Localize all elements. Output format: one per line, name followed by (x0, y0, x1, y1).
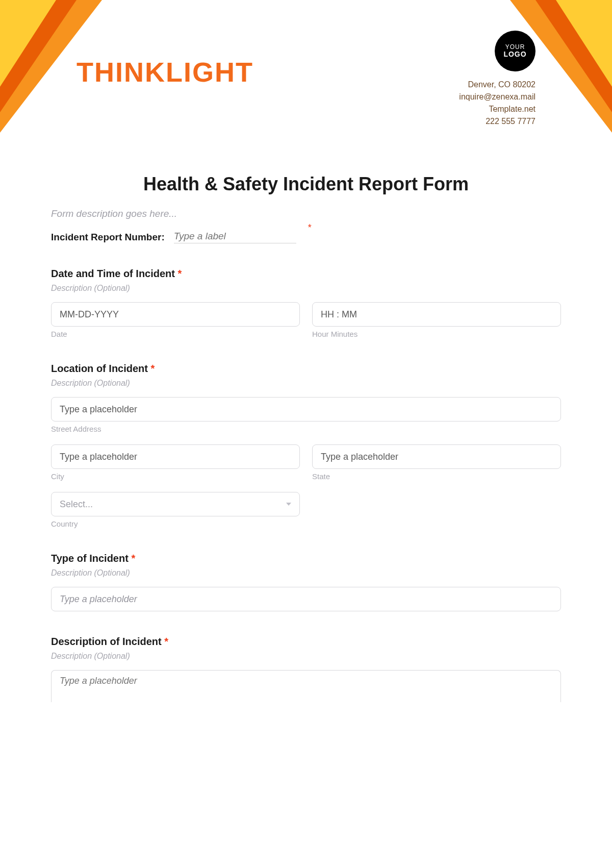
incident-number-input[interactable] (174, 231, 296, 242)
country-select[interactable]: Select... (51, 492, 300, 516)
time-sublabel: Hour Minutes (312, 330, 561, 338)
required-marker: * (178, 268, 182, 279)
incident-date-input[interactable] (51, 302, 300, 327)
description-label: Description of Incident * (51, 636, 561, 648)
date-sublabel: Date (51, 330, 300, 338)
incident-time-input[interactable] (312, 302, 561, 327)
incident-type-input[interactable] (51, 587, 561, 611)
company-info: YOUR LOGO Denver, CO 80202 inquire@zenex… (459, 31, 536, 128)
required-marker: * (164, 636, 168, 647)
company-email: inquire@zenexa.mail (459, 91, 536, 103)
description-optional[interactable]: Description (Optional) (51, 652, 561, 661)
incident-number-row: Incident Report Number: * (51, 231, 561, 243)
date-time-label: Date and Time of Incident * (51, 268, 561, 280)
city-input[interactable] (51, 444, 300, 469)
section-date-time: Date and Time of Incident * Description … (51, 268, 561, 338)
city-sublabel: City (51, 472, 300, 481)
section-description: Description of Incident * Description (O… (51, 636, 561, 704)
incident-number-label: Incident Report Number: (51, 232, 165, 243)
logo-placeholder: YOUR LOGO (495, 31, 536, 71)
date-time-optional[interactable]: Description (Optional) (51, 284, 561, 293)
location-optional[interactable]: Description (Optional) (51, 379, 561, 388)
brand-name: THINKLIGHT (76, 56, 253, 88)
required-marker: * (131, 553, 135, 564)
street-address-input[interactable] (51, 397, 561, 421)
section-type: Type of Incident * Description (Optional… (51, 553, 561, 611)
form-title: Health & Safety Incident Report Form (51, 173, 561, 195)
state-input[interactable] (312, 444, 561, 469)
state-sublabel: State (312, 472, 561, 481)
street-sublabel: Street Address (51, 425, 561, 433)
country-sublabel: Country (51, 519, 300, 528)
logo-text-bottom: LOGO (503, 51, 526, 58)
country-select-placeholder: Select... (60, 499, 93, 510)
required-marker: * (308, 222, 312, 233)
company-address: Denver, CO 80202 (459, 79, 536, 91)
type-optional[interactable]: Description (Optional) (51, 568, 561, 578)
logo-text-top: YOUR (505, 44, 525, 51)
company-site: Template.net (459, 103, 536, 115)
type-label: Type of Incident * (51, 553, 561, 564)
incident-description-textarea[interactable] (51, 670, 561, 702)
form-body: Health & Safety Incident Report Form For… (0, 133, 612, 729)
form-description-placeholder[interactable]: Form description goes here... (51, 208, 561, 219)
letterhead-header: THINKLIGHT YOUR LOGO Denver, CO 80202 in… (0, 0, 612, 133)
section-location: Location of Incident * Description (Opti… (51, 363, 561, 528)
location-label: Location of Incident * (51, 363, 561, 375)
company-phone: 222 555 7777 (459, 115, 536, 128)
required-marker: * (151, 363, 155, 374)
